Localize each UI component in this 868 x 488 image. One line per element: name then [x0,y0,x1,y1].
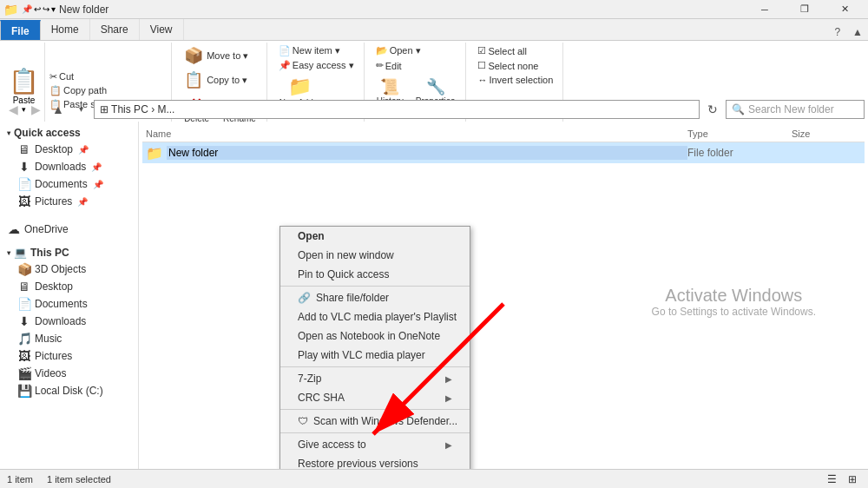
tab-share[interactable]: Share [90,19,140,40]
sidebar-onedrive[interactable]: ☁OneDrive [0,221,138,238]
easy-access-button[interactable]: 📌Easy access ▾ [276,59,357,72]
cm-crcsha[interactable]: CRC SHA▶ [280,388,470,407]
title-bar: 📁 📌 ↩ ↪ ▾ New folder ─ ❐ ✕ [0,0,868,19]
col-size[interactable]: Size [792,129,861,139]
help-button[interactable]: ? [827,24,847,40]
collapse-ribbon[interactable]: ▲ [847,24,868,40]
cut-button[interactable]: ✂Cut [47,70,127,83]
cm-share[interactable]: 🔗Share file/folder [280,288,470,307]
cm-vlc-play[interactable]: Play with VLC media player [280,346,470,365]
watermark-title: Activate Windows [652,286,816,306]
sidebar-item-documents[interactable]: 📄Documents📌 [0,175,138,193]
recent-locations-button[interactable]: ▾ [71,100,90,119]
content-area: Name Type Size 📁 New folder File folder … [139,122,868,469]
refresh-button[interactable]: ↻ [703,100,722,119]
sidebar-item-pictures[interactable]: 🖼Pictures📌 [0,193,138,210]
address-bar: ◀ ▶ ▲ ▾ ⊞ This PC › M... ↻ 🔍 Search New … [0,97,868,122]
edit-button[interactable]: ✏Edit [373,59,404,72]
cm-scan-defender[interactable]: 🛡Scan with Windows Defender... [280,412,470,431]
file-type: File folder [687,147,792,159]
cm-pin-quick-access[interactable]: Pin to Quick access [280,265,470,284]
quick-access-icon[interactable]: 📌 [22,4,32,14]
status-bar: 1 item 1 item selected ☰ ⊞ [0,469,868,488]
col-name[interactable]: Name [146,129,687,139]
minimize-button[interactable]: ─ [745,0,785,19]
sidebar-thispc-header[interactable]: ▾ 💻 This PC [0,245,138,260]
sidebar: ▾ Quick access 🖥Desktop📌 ⬇Downloads📌 📄Do… [0,122,139,469]
sidebar-documents2[interactable]: 📄Documents [0,295,138,313]
copy-path-button[interactable]: 📋Copy path [47,84,127,97]
cm-onenote[interactable]: Open as Notebook in OneNote [280,326,470,346]
share-icon: 🔗 [298,292,311,304]
customize-icon[interactable]: ▾ [51,4,56,14]
window-title: New folder [59,3,108,16]
selected-count: 1 item selected [47,474,111,485]
cm-open[interactable]: Open [280,227,470,246]
address-path[interactable]: ⊞ This PC › M... [94,100,700,119]
new-item-button[interactable]: 📄New item ▾ [276,44,343,57]
back-button[interactable]: ◀ [3,100,23,119]
shield-icon: 🛡 [298,415,308,427]
undo-icon[interactable]: ↩ [34,4,41,14]
open-button[interactable]: 📂Open ▾ [373,44,424,57]
search-box[interactable]: 🔍 Search New folder [726,100,865,119]
sidebar-pictures2[interactable]: 🖼Pictures [0,347,138,365]
sidebar-localdisk[interactable]: 💾Local Disk (C:) [0,382,138,399]
col-type[interactable]: Type [687,129,792,139]
move-to-button[interactable]: 📦Move to ▾ [181,44,252,67]
large-icons-view-button[interactable]: ⊞ [844,472,861,487]
file-row[interactable]: 📁 New folder File folder [142,142,865,163]
sidebar-videos[interactable]: 🎬Videos [0,365,138,382]
search-placeholder: Search New folder [748,103,834,115]
cm-7zip[interactable]: 7-Zip▶ [280,369,470,388]
details-view-button[interactable]: ☰ [823,472,840,487]
tab-file[interactable]: File [0,20,41,41]
item-count: 1 item [7,474,33,485]
tab-view[interactable]: View [140,19,184,40]
search-icon: 🔍 [732,103,745,115]
sidebar-desktop2[interactable]: 🖥Desktop [0,278,138,295]
cm-vlc-playlist[interactable]: Add to VLC media player's Playlist [280,307,470,326]
sidebar-item-downloads[interactable]: ⬇Downloads📌 [0,158,138,175]
select-all-button[interactable]: ☑Select all [475,44,529,57]
select-none-button[interactable]: ☐Select none [475,59,541,72]
close-button[interactable]: ✕ [825,0,865,19]
sidebar-downloads2[interactable]: ⬇Downloads [0,313,138,330]
up-button[interactable]: ▲ [49,100,68,119]
quick-access-header[interactable]: ▾ Quick access [0,125,138,141]
restore-button[interactable]: ❐ [785,0,825,19]
cm-give-access[interactable]: Give access to▶ [280,435,470,454]
invert-selection-button[interactable]: ↔Invert selection [475,74,556,86]
file-name: New folder [167,146,687,160]
window-icon: 📁 [3,3,18,16]
cm-restore-versions[interactable]: Restore previous versions [280,454,470,469]
tab-home[interactable]: Home [41,19,90,40]
forward-button[interactable]: ▶ [26,100,45,119]
sidebar-music[interactable]: 🎵Music [0,330,138,347]
windows-watermark: Activate Windows Go to Settings to activ… [652,286,816,318]
ribbon: File Home Share View ? ▲ 📋 Paste ▾ ✂Cut … [0,19,868,97]
quick-access-label: Quick access [14,127,81,139]
watermark-sub: Go to Settings to activate Windows. [652,306,816,318]
sidebar-3dobjects[interactable]: 📦3D Objects [0,260,138,278]
address-text: ⊞ This PC › M... [100,103,174,115]
sidebar-item-desktop[interactable]: 🖥Desktop📌 [0,141,138,158]
copy-to-button[interactable]: 📋Copy to ▾ [181,69,251,91]
cm-open-new-window[interactable]: Open in new window [280,246,470,265]
redo-icon[interactable]: ↪ [43,4,49,14]
context-menu: Open Open in new window Pin to Quick acc… [279,226,470,469]
